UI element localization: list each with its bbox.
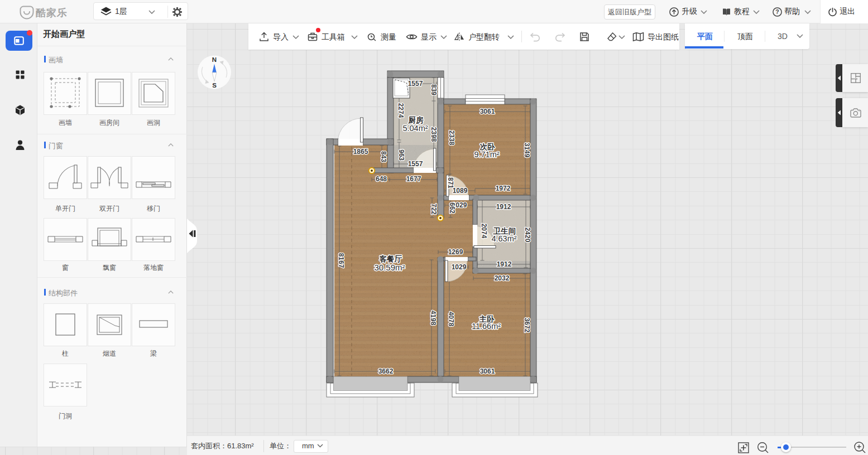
svg-text:3061: 3061 [480,108,495,115]
svg-text:2338: 2338 [448,130,455,146]
svg-text:839: 839 [430,84,438,95]
svg-text:3662: 3662 [378,367,394,375]
svg-text:S: S [212,82,217,89]
svg-text:1912: 1912 [497,260,512,268]
svg-text:963: 963 [397,149,405,161]
svg-text:1677: 1677 [406,175,421,183]
svg-text:5.04m²: 5.04m² [402,124,428,133]
svg-text:1557: 1557 [408,80,423,88]
svg-text:4198: 4198 [429,311,437,326]
svg-text:1557: 1557 [408,160,423,168]
svg-text:N: N [212,56,217,63]
svg-text:4.63m²: 4.63m² [491,234,516,243]
svg-text:30.59m²: 30.59m² [374,263,405,272]
svg-text:厨房: 厨房 [408,116,424,124]
svg-text:662: 662 [448,202,456,214]
svg-text:1269: 1269 [448,248,463,256]
svg-text:4078: 4078 [447,312,455,327]
svg-text:648: 648 [376,175,387,183]
svg-text:1912: 1912 [496,203,511,211]
svg-text:722: 722 [430,204,438,215]
svg-text:1865: 1865 [353,148,368,156]
svg-text:2074: 2074 [480,224,488,239]
svg-text:客餐厅: 客餐厅 [379,255,402,263]
svg-text:2032: 2032 [495,274,510,282]
svg-text:2420: 2420 [524,228,531,243]
svg-text:3672: 3672 [523,318,531,333]
svg-text:871: 871 [447,177,454,188]
svg-text:1029: 1029 [452,263,467,271]
svg-text:2274: 2274 [397,103,405,118]
svg-text:11.66m²: 11.66m² [472,322,501,331]
svg-text:843: 843 [380,151,387,162]
svg-text:?: ? [775,8,779,15]
svg-text:3061: 3061 [480,367,495,375]
svg-text:8167: 8167 [337,253,345,268]
svg-text:1972: 1972 [496,185,511,192]
svg-text:2398: 2398 [430,127,438,142]
svg-text:9.71m²: 9.71m² [474,150,499,159]
svg-text:3149: 3149 [523,143,531,158]
